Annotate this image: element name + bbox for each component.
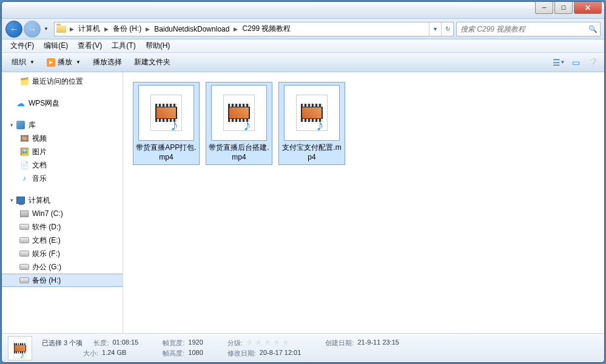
sidebar-recent[interactable]: 🗂️最近访问的位置 xyxy=(2,75,123,88)
bc-folder1[interactable]: BaiduNetdiskDownload xyxy=(152,22,232,36)
status-thumbnail: ♪ xyxy=(8,336,32,360)
chevron-down-icon: ▼ xyxy=(76,59,81,65)
sidebar-videos[interactable]: 🎞️视频 xyxy=(2,132,123,145)
search-input[interactable] xyxy=(457,25,585,33)
file-item[interactable]: ♪ 带货直播APP打包.mp4 xyxy=(133,82,200,165)
video-thumbnail: ♪ xyxy=(284,85,340,141)
chevron-right-icon[interactable]: ▶ xyxy=(144,22,152,36)
toolbar-right: ☰ ▼ ▭ ❔ xyxy=(551,56,601,69)
breadcrumb-dropdown[interactable]: ▾ xyxy=(429,22,441,36)
chevron-right-icon[interactable]: ▶ xyxy=(103,22,110,36)
toolbar: 组织▼ ▶播放▼ 播放选择 新建文件夹 ☰ ▼ ▭ ❔ xyxy=(2,53,604,72)
video-thumbnail: ♪ xyxy=(138,85,194,141)
drive-icon xyxy=(19,209,30,218)
minimize-button[interactable]: ─ xyxy=(535,2,553,14)
preview-pane-button[interactable]: ▭ xyxy=(568,56,584,69)
computer-icon xyxy=(15,195,26,205)
back-button[interactable]: ← xyxy=(5,21,22,38)
drive-icon xyxy=(19,262,30,272)
file-item[interactable]: ♪ 支付宝支付配置.mp4 xyxy=(278,82,345,165)
sidebar-drive-g[interactable]: 办公 (G:) xyxy=(2,260,123,274)
file-name: 带货直播APP打包.mp4 xyxy=(136,143,197,162)
help-button[interactable]: ❔ xyxy=(585,56,601,69)
collapse-icon[interactable]: ▾ xyxy=(8,197,15,203)
library-icon xyxy=(15,120,26,130)
pictures-icon: 🖼️ xyxy=(19,147,30,157)
chevron-right-icon[interactable]: ▶ xyxy=(232,22,240,36)
view-button[interactable]: ☰ ▼ xyxy=(551,56,567,69)
recent-icon: 🗂️ xyxy=(19,76,30,86)
search-box[interactable]: 🔍 xyxy=(456,22,601,36)
sidebar-drive-c[interactable]: Win7 (C:) xyxy=(2,207,123,220)
menu-tools[interactable]: 工具(T) xyxy=(107,39,140,52)
drive-icon xyxy=(19,222,30,232)
maximize-button[interactable]: ☐ xyxy=(554,2,573,14)
explorer-window: ─ ☐ ✕ ← → ▼ ▶ 计算机 ▶ 备份 (H:) ▶ BaiduNetdi… xyxy=(1,1,605,363)
rating-stars[interactable]: ☆ ☆ ☆ ☆ ☆ xyxy=(246,339,289,348)
play-select-button[interactable]: 播放选择 xyxy=(87,55,128,70)
sidebar-pictures[interactable]: 🖼️图片 xyxy=(2,145,123,158)
bc-folder2[interactable]: C299 视频教程 xyxy=(240,22,293,36)
status-selected: 已选择 3 个项 xyxy=(42,339,82,348)
organize-button[interactable]: 组织▼ xyxy=(5,55,41,70)
sidebar-drive-h[interactable]: 备份 (H:) xyxy=(2,274,123,287)
sidebar-drive-e[interactable]: 文档 (E:) xyxy=(2,234,123,247)
menu-view[interactable]: 查看(V) xyxy=(73,39,107,52)
sidebar-documents[interactable]: 📄文档 xyxy=(2,158,123,172)
video-icon: 🎞️ xyxy=(19,133,30,143)
play-icon: ▶ xyxy=(47,58,55,67)
forward-button[interactable]: → xyxy=(24,21,41,38)
collapse-icon[interactable]: ▾ xyxy=(8,122,15,128)
breadcrumb[interactable]: ▶ 计算机 ▶ 备份 (H:) ▶ BaiduNetdiskDownload ▶… xyxy=(54,22,454,36)
new-folder-button[interactable]: 新建文件夹 xyxy=(128,55,177,70)
music-icon: ♪ xyxy=(19,174,30,183)
sidebar-library[interactable]: ▾库 xyxy=(2,118,123,132)
search-icon[interactable]: 🔍 xyxy=(585,25,600,33)
sidebar-drive-f[interactable]: 娱乐 (F:) xyxy=(2,247,123,260)
menu-edit[interactable]: 编辑(E) xyxy=(39,39,73,52)
navbar: ← → ▼ ▶ 计算机 ▶ 备份 (H:) ▶ BaiduNetdiskDown… xyxy=(2,19,604,39)
titlebar: ─ ☐ ✕ xyxy=(2,2,604,19)
menu-file[interactable]: 文件(F) xyxy=(5,39,39,52)
menu-help[interactable]: 帮助(H) xyxy=(141,39,175,52)
sidebar: 🗂️最近访问的位置 ☁WPS网盘 ▾库 🎞️视频 🖼️图片 📄文档 ♪音乐 ▾计… xyxy=(2,72,123,333)
history-dropdown[interactable]: ▼ xyxy=(42,22,50,36)
drive-icon xyxy=(19,275,30,285)
close-button[interactable]: ✕ xyxy=(574,2,602,14)
sidebar-music[interactable]: ♪音乐 xyxy=(2,172,123,185)
cloud-icon: ☁ xyxy=(15,98,26,108)
file-name: 支付宝支付配置.mp4 xyxy=(281,143,342,162)
drive-icon xyxy=(19,235,30,245)
sidebar-computer[interactable]: ▾计算机 xyxy=(2,194,123,207)
file-item[interactable]: ♪ 带货直播后台搭建.mp4 xyxy=(206,82,272,165)
bc-computer[interactable]: 计算机 xyxy=(76,22,103,36)
video-thumbnail: ♪ xyxy=(211,85,267,141)
body: 🗂️最近访问的位置 ☁WPS网盘 ▾库 🎞️视频 🖼️图片 📄文档 ♪音乐 ▾计… xyxy=(2,72,604,333)
sidebar-drive-d[interactable]: 软件 (D:) xyxy=(2,220,123,234)
folder-icon xyxy=(55,23,68,35)
document-icon: 📄 xyxy=(19,160,30,170)
bc-drive[interactable]: 备份 (H:) xyxy=(110,22,144,36)
statusbar: ♪ 已选择 3 个项 长度:01:08:15 大小:1.24 GB 帧宽度:19… xyxy=(2,333,604,362)
play-button[interactable]: ▶播放▼ xyxy=(41,55,87,70)
menubar: 文件(F) 编辑(E) 查看(V) 工具(T) 帮助(H) xyxy=(2,39,604,53)
refresh-button[interactable]: ↻ xyxy=(441,22,453,36)
file-name: 带货直播后台搭建.mp4 xyxy=(209,143,269,162)
file-pane[interactable]: ♪ 带货直播APP打包.mp4 ♪ 带货直播后台搭建.mp4 ♪ 支付宝支付配置… xyxy=(123,72,604,333)
chevron-right-icon[interactable]: ▶ xyxy=(68,22,76,36)
chevron-down-icon: ▼ xyxy=(30,59,35,65)
drive-icon xyxy=(19,249,30,258)
sidebar-wps[interactable]: ☁WPS网盘 xyxy=(2,96,123,110)
